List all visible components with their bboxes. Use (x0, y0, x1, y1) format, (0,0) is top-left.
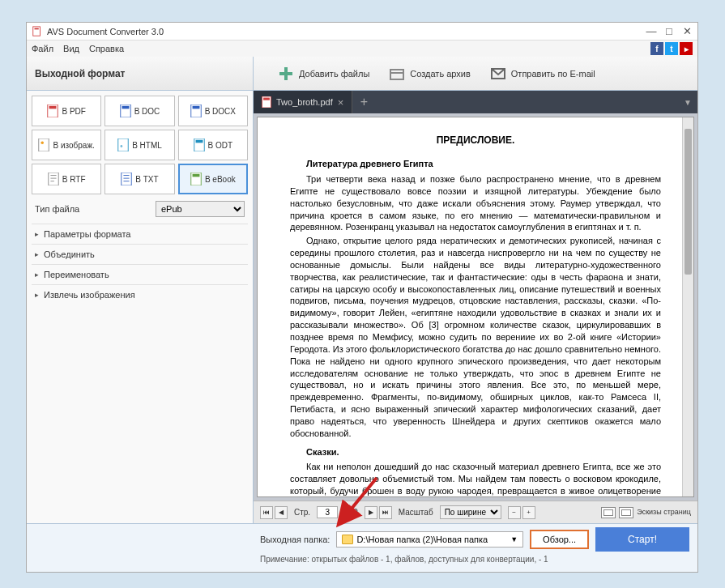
svg-rect-19 (122, 173, 131, 185)
output-path-field[interactable]: D:\Новая папка (2)\Новая папка ▼ (336, 531, 523, 548)
menu-view[interactable]: Вид (63, 44, 79, 53)
svg-rect-4 (390, 70, 403, 79)
minimize-button[interactable]: — (646, 25, 657, 37)
doc-paragraph: Однако, открытие целого ряда нератически… (290, 235, 661, 439)
twitter-icon[interactable]: t (665, 42, 678, 55)
menubar: Файл Вид Справка f t ▸ (27, 40, 697, 57)
folder-icon (342, 535, 353, 544)
app-window: AVS Document Converter 3.0 — □ ✕ Файл Ви… (26, 22, 698, 573)
file-type-select[interactable]: ePub (156, 201, 245, 217)
format-docx-button[interactable]: В DOCX (178, 96, 248, 126)
thumbnail-icon (619, 507, 633, 518)
menu-help[interactable]: Справка (89, 44, 124, 53)
window-title: AVS Document Converter 3.0 (47, 27, 646, 36)
svg-rect-9 (122, 106, 129, 109)
format-odt-button[interactable]: В ODT (178, 130, 248, 160)
extract-images-expander[interactable]: Извлечь изображения (32, 284, 248, 305)
svg-rect-23 (263, 98, 270, 100)
tab-label: Two_broth.pdf (276, 97, 333, 107)
prev-page-button[interactable]: ◀ (275, 506, 288, 519)
tab-document[interactable]: Two_broth.pdf × (254, 91, 352, 113)
format-ebook-button[interactable]: В eBook (178, 164, 248, 194)
toolbar: Выходной формат Добавить файлы Создать а… (27, 57, 697, 91)
svg-rect-21 (192, 174, 199, 177)
facebook-icon[interactable]: f (650, 42, 663, 55)
zoom-select[interactable]: По ширине (440, 505, 501, 519)
close-button[interactable]: ✕ (681, 25, 693, 37)
bottom-panel: Выходная папка: D:\Новая папка (2)\Новая… (27, 523, 697, 572)
app-icon (32, 26, 43, 37)
svg-rect-0 (33, 26, 41, 35)
main-area: Two_broth.pdf × + ▼ ПРЕДИСЛОВИЕ. Литерат… (254, 91, 697, 523)
zoom-label: Масштаб (399, 508, 433, 517)
zoom-in-button[interactable]: + (522, 506, 535, 519)
document-controls: ⏮ ◀ Стр. / 50 ▶ ⏭ Масштаб По ширине − + (254, 501, 697, 523)
format-params-expander[interactable]: Параметры формата (32, 224, 248, 244)
rename-expander[interactable]: Переименовать (32, 264, 248, 284)
tab-close-icon[interactable]: × (338, 96, 344, 109)
format-image-button[interactable]: В изображ. (32, 130, 101, 160)
maximize-button[interactable]: □ (663, 25, 675, 37)
output-format-header: Выходной формат (27, 57, 254, 90)
page-total: / 50 (344, 508, 358, 517)
next-page-button[interactable]: ▶ (365, 506, 377, 519)
browse-button[interactable]: Обзор... (530, 530, 589, 549)
plus-icon (278, 66, 294, 82)
sidebar: В PDF В DOC В DOCX В изображ. eВ HTML В … (27, 91, 254, 523)
svg-rect-17 (195, 140, 203, 143)
scroll-thumb[interactable] (684, 129, 692, 275)
format-doc-button[interactable]: В DOC (104, 96, 174, 126)
format-txt-button[interactable]: В TXT (104, 164, 174, 194)
first-page-button[interactable]: ⏮ (260, 506, 273, 519)
svg-rect-12 (39, 138, 49, 151)
start-button[interactable]: Старт! (595, 527, 689, 552)
thumbnails-label[interactable]: Эскизы страниц (637, 509, 691, 517)
format-rtf-button[interactable]: В RTF (32, 164, 101, 194)
vertical-scrollbar[interactable] (682, 117, 693, 496)
svg-rect-7 (49, 106, 57, 109)
document-tabs: Two_broth.pdf × + ▼ (254, 91, 697, 113)
file-type-label: Тип файла (35, 204, 79, 214)
doc-paragraph: Три четверти века назад и позже было рас… (290, 173, 661, 233)
add-files-button[interactable]: Добавить файлы (278, 66, 369, 82)
last-page-button[interactable]: ⏭ (379, 506, 392, 519)
document-preview: ПРЕДИСЛОВИЕ. Литература древнего Египта … (257, 117, 694, 497)
svg-rect-18 (49, 173, 58, 185)
youtube-icon[interactable]: ▸ (680, 42, 693, 55)
svg-rect-3 (279, 72, 292, 75)
svg-text:e: e (121, 143, 123, 148)
archive-icon (389, 66, 405, 82)
thumbnail-icon (601, 507, 616, 518)
svg-rect-1 (35, 28, 39, 29)
titlebar: AVS Document Converter 3.0 — □ ✕ (27, 23, 697, 40)
envelope-icon (490, 66, 506, 82)
svg-rect-11 (192, 106, 199, 109)
create-archive-button[interactable]: Создать архив (389, 66, 470, 82)
svg-point-13 (41, 142, 45, 145)
doc-heading-2: Сказки. (290, 446, 661, 458)
menu-file[interactable]: Файл (32, 44, 53, 53)
doc-paragraph: Как ни неполон дошедший до нас сказочный… (290, 461, 661, 497)
output-folder-label: Выходная папка: (260, 535, 330, 544)
send-email-button[interactable]: Отправить по E-mail (490, 66, 595, 82)
tab-add-button[interactable]: + (352, 91, 375, 113)
tab-menu-button[interactable]: ▼ (678, 91, 697, 113)
zoom-out-button[interactable]: − (508, 506, 521, 519)
status-note: Примечание: открытых файлов - 1, файлов,… (260, 555, 689, 564)
page-number-input[interactable] (317, 506, 338, 518)
format-html-button[interactable]: eВ HTML (104, 130, 174, 160)
doc-heading-1: Литература древнего Египта (290, 158, 661, 170)
format-pdf-button[interactable]: В PDF (32, 96, 101, 126)
chevron-down-icon: ▼ (510, 535, 518, 543)
merge-expander[interactable]: Объединить (32, 244, 248, 264)
pdf-icon (262, 96, 271, 108)
page-label: Стр. (294, 508, 310, 517)
doc-title: ПРЕДИСЛОВИЕ. (290, 134, 661, 147)
